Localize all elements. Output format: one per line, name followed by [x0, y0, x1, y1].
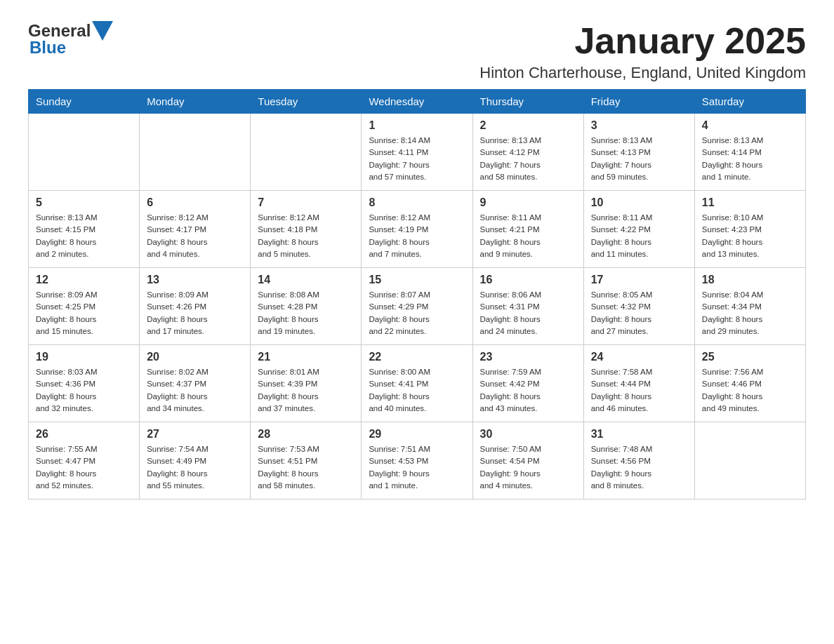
calendar-cell: 9Sunrise: 8:11 AM Sunset: 4:21 PM Daylig… [472, 191, 583, 268]
calendar-cell: 3Sunrise: 8:13 AM Sunset: 4:13 PM Daylig… [583, 114, 694, 191]
day-info: Sunrise: 7:54 AM Sunset: 4:49 PM Dayligh… [147, 443, 243, 492]
day-number: 6 [147, 196, 243, 209]
day-number: 2 [480, 119, 576, 132]
weekday-header-wednesday: Wednesday [362, 90, 472, 114]
day-number: 31 [591, 428, 687, 441]
calendar-cell: 10Sunrise: 8:11 AM Sunset: 4:22 PM Dayli… [583, 191, 694, 268]
day-number: 12 [36, 274, 132, 286]
day-number: 28 [258, 428, 354, 441]
calendar-cell: 31Sunrise: 7:48 AM Sunset: 4:56 PM Dayli… [583, 422, 694, 499]
day-number: 17 [591, 274, 687, 286]
calendar-week-row: 1Sunrise: 8:14 AM Sunset: 4:11 PM Daylig… [29, 114, 806, 191]
logo-blue-text: Blue [29, 38, 66, 58]
calendar-cell [140, 114, 251, 191]
calendar-cell: 15Sunrise: 8:07 AM Sunset: 4:29 PM Dayli… [362, 268, 472, 345]
day-number: 21 [258, 351, 354, 363]
day-number: 20 [147, 351, 243, 363]
logo: General Blue [28, 21, 113, 58]
day-number: 26 [36, 428, 132, 441]
calendar-header-row: SundayMondayTuesdayWednesdayThursdayFrid… [29, 90, 806, 114]
logo-triangle-icon [92, 21, 113, 41]
day-info: Sunrise: 7:59 AM Sunset: 4:42 PM Dayligh… [480, 366, 576, 415]
calendar-cell: 8Sunrise: 8:12 AM Sunset: 4:19 PM Daylig… [362, 191, 472, 268]
day-number: 10 [591, 196, 687, 209]
calendar-cell [29, 114, 140, 191]
calendar-table: SundayMondayTuesdayWednesdayThursdayFrid… [28, 89, 806, 499]
location-subtitle: Hinton Charterhouse, England, United Kin… [479, 64, 806, 82]
day-number: 4 [702, 119, 798, 132]
day-info: Sunrise: 8:02 AM Sunset: 4:37 PM Dayligh… [147, 366, 243, 415]
day-info: Sunrise: 8:09 AM Sunset: 4:25 PM Dayligh… [36, 289, 132, 337]
day-number: 13 [147, 274, 243, 286]
calendar-cell: 4Sunrise: 8:13 AM Sunset: 4:14 PM Daylig… [694, 114, 805, 191]
calendar-cell: 29Sunrise: 7:51 AM Sunset: 4:53 PM Dayli… [362, 422, 472, 499]
day-info: Sunrise: 8:13 AM Sunset: 4:12 PM Dayligh… [480, 135, 576, 183]
calendar-cell: 5Sunrise: 8:13 AM Sunset: 4:15 PM Daylig… [29, 191, 140, 268]
day-info: Sunrise: 8:13 AM Sunset: 4:15 PM Dayligh… [36, 212, 132, 260]
day-info: Sunrise: 8:09 AM Sunset: 4:26 PM Dayligh… [147, 289, 243, 337]
calendar-cell: 1Sunrise: 8:14 AM Sunset: 4:11 PM Daylig… [362, 114, 472, 191]
weekday-header-sunday: Sunday [29, 90, 140, 114]
day-number: 8 [369, 196, 465, 209]
weekday-header-tuesday: Tuesday [251, 90, 362, 114]
weekday-header-thursday: Thursday [472, 90, 583, 114]
day-info: Sunrise: 8:14 AM Sunset: 4:11 PM Dayligh… [369, 135, 465, 183]
title-area: January 2025 Hinton Charterhouse, Englan… [479, 21, 806, 82]
svg-marker-0 [92, 21, 113, 41]
calendar-cell: 13Sunrise: 8:09 AM Sunset: 4:26 PM Dayli… [140, 268, 251, 345]
calendar-cell: 25Sunrise: 7:56 AM Sunset: 4:46 PM Dayli… [694, 345, 805, 422]
day-number: 23 [480, 351, 576, 363]
day-info: Sunrise: 7:58 AM Sunset: 4:44 PM Dayligh… [591, 366, 687, 415]
calendar-cell: 27Sunrise: 7:54 AM Sunset: 4:49 PM Dayli… [140, 422, 251, 499]
calendar-cell: 17Sunrise: 8:05 AM Sunset: 4:32 PM Dayli… [583, 268, 694, 345]
calendar-cell: 18Sunrise: 8:04 AM Sunset: 4:34 PM Dayli… [694, 268, 805, 345]
weekday-header-saturday: Saturday [694, 90, 805, 114]
day-info: Sunrise: 8:11 AM Sunset: 4:21 PM Dayligh… [480, 212, 576, 260]
weekday-header-monday: Monday [140, 90, 251, 114]
day-info: Sunrise: 8:13 AM Sunset: 4:13 PM Dayligh… [591, 135, 687, 183]
calendar-cell: 21Sunrise: 8:01 AM Sunset: 4:39 PM Dayli… [251, 345, 362, 422]
day-info: Sunrise: 8:06 AM Sunset: 4:31 PM Dayligh… [480, 289, 576, 337]
calendar-cell [251, 114, 362, 191]
day-number: 30 [480, 428, 576, 441]
day-number: 5 [36, 196, 132, 209]
day-number: 24 [591, 351, 687, 363]
day-info: Sunrise: 8:12 AM Sunset: 4:17 PM Dayligh… [147, 212, 243, 260]
day-info: Sunrise: 8:10 AM Sunset: 4:23 PM Dayligh… [702, 212, 798, 260]
calendar-cell: 6Sunrise: 8:12 AM Sunset: 4:17 PM Daylig… [140, 191, 251, 268]
day-number: 29 [369, 428, 465, 441]
day-info: Sunrise: 8:00 AM Sunset: 4:41 PM Dayligh… [369, 366, 465, 415]
calendar-cell: 11Sunrise: 8:10 AM Sunset: 4:23 PM Dayli… [694, 191, 805, 268]
day-info: Sunrise: 7:55 AM Sunset: 4:47 PM Dayligh… [36, 443, 132, 492]
day-number: 7 [258, 196, 354, 209]
day-number: 11 [702, 196, 798, 209]
day-info: Sunrise: 7:56 AM Sunset: 4:46 PM Dayligh… [702, 366, 798, 415]
day-info: Sunrise: 7:50 AM Sunset: 4:54 PM Dayligh… [480, 443, 576, 492]
day-info: Sunrise: 7:48 AM Sunset: 4:56 PM Dayligh… [591, 443, 687, 492]
calendar-cell: 22Sunrise: 8:00 AM Sunset: 4:41 PM Dayli… [362, 345, 472, 422]
day-info: Sunrise: 8:12 AM Sunset: 4:19 PM Dayligh… [369, 212, 465, 260]
page-header: General Blue January 2025 Hinton Charter… [28, 21, 806, 82]
calendar-cell: 14Sunrise: 8:08 AM Sunset: 4:28 PM Dayli… [251, 268, 362, 345]
day-number: 9 [480, 196, 576, 209]
day-info: Sunrise: 8:12 AM Sunset: 4:18 PM Dayligh… [258, 212, 354, 260]
day-number: 19 [36, 351, 132, 363]
calendar-cell: 2Sunrise: 8:13 AM Sunset: 4:12 PM Daylig… [472, 114, 583, 191]
calendar-cell [694, 422, 805, 499]
calendar-week-row: 5Sunrise: 8:13 AM Sunset: 4:15 PM Daylig… [29, 191, 806, 268]
calendar-cell: 28Sunrise: 7:53 AM Sunset: 4:51 PM Dayli… [251, 422, 362, 499]
calendar-week-row: 12Sunrise: 8:09 AM Sunset: 4:25 PM Dayli… [29, 268, 806, 345]
day-number: 27 [147, 428, 243, 441]
day-number: 15 [369, 274, 465, 286]
day-number: 14 [258, 274, 354, 286]
day-number: 16 [480, 274, 576, 286]
day-info: Sunrise: 8:03 AM Sunset: 4:36 PM Dayligh… [36, 366, 132, 415]
calendar-cell: 24Sunrise: 7:58 AM Sunset: 4:44 PM Dayli… [583, 345, 694, 422]
calendar-cell: 26Sunrise: 7:55 AM Sunset: 4:47 PM Dayli… [29, 422, 140, 499]
day-number: 18 [702, 274, 798, 286]
calendar-cell: 7Sunrise: 8:12 AM Sunset: 4:18 PM Daylig… [251, 191, 362, 268]
calendar-cell: 23Sunrise: 7:59 AM Sunset: 4:42 PM Dayli… [472, 345, 583, 422]
day-info: Sunrise: 8:08 AM Sunset: 4:28 PM Dayligh… [258, 289, 354, 337]
day-number: 1 [369, 119, 465, 132]
day-info: Sunrise: 8:04 AM Sunset: 4:34 PM Dayligh… [702, 289, 798, 337]
